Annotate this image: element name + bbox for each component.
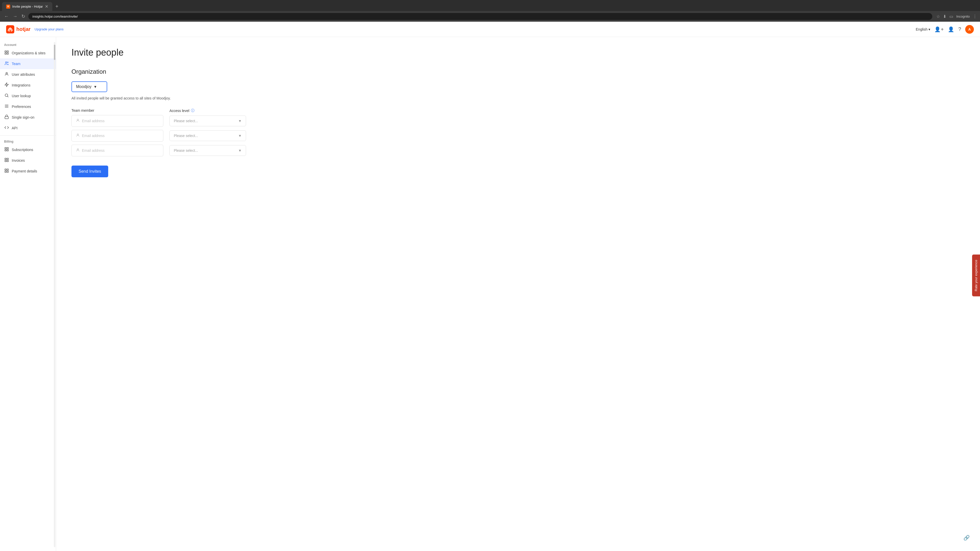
sidebar-divider [0, 135, 56, 136]
svg-rect-25 [7, 171, 8, 172]
sidebar-item-preferences[interactable]: Preferences [0, 101, 56, 112]
svg-rect-4 [7, 53, 8, 54]
upgrade-link[interactable]: Upgrade your plans [35, 27, 64, 31]
svg-rect-18 [5, 158, 6, 159]
language-dropdown-icon: ▾ [928, 27, 930, 32]
svg-rect-23 [7, 169, 8, 170]
link-icon[interactable]: 🔗 [963, 535, 970, 541]
bookmark-icon[interactable]: ☆ [936, 14, 940, 19]
back-button[interactable]: ← [3, 13, 10, 20]
active-tab[interactable]: H Invite people - Hotjar ✕ [2, 2, 52, 11]
invite-row-2: Please select... ▼ [72, 130, 965, 141]
svg-rect-20 [5, 160, 6, 162]
email-input-3[interactable] [72, 144, 163, 156]
new-tab-button[interactable]: + [53, 3, 60, 11]
access-dropdown-arrow-1: ▼ [238, 119, 242, 123]
sidebar-item-label-preferences: Preferences [12, 105, 31, 109]
access-placeholder-1: Please select... [174, 119, 198, 123]
sidebar-item-user-attributes[interactable]: User attributes [0, 69, 56, 80]
organizations-icon [4, 50, 9, 56]
top-nav-left: hotjar Upgrade your plans [6, 25, 64, 33]
team-icon [4, 61, 9, 67]
email-input-1[interactable] [72, 115, 163, 127]
address-bar[interactable]: insights.hotjar.com/team/invite/ [28, 13, 932, 20]
user-avatar[interactable]: A [965, 25, 974, 34]
sidebar-item-invoices[interactable]: Invoices [0, 155, 56, 166]
reload-button[interactable]: ↻ [21, 13, 26, 20]
sidebar-item-organizations-sites[interactable]: Organizations & sites [0, 48, 56, 59]
email-field-1[interactable] [82, 119, 159, 123]
integrations-icon [4, 83, 9, 88]
svg-marker-8 [5, 83, 8, 87]
sidebar-item-payment-details[interactable]: Payment details [0, 166, 56, 176]
sidebar-item-label-user-attributes: User attributes [12, 73, 35, 76]
rate-experience-button[interactable]: Rate your experience [972, 254, 980, 297]
access-level-label: Access level [169, 109, 189, 113]
info-icon[interactable]: ⓘ [191, 108, 194, 113]
page-title: Invite people [72, 47, 965, 58]
scrollbar-track[interactable] [54, 42, 56, 547]
org-name: Moodjoy [76, 84, 91, 89]
nav-icons: ☆ ⬇ ▭ Incognito ⋮ [936, 14, 977, 19]
svg-rect-21 [7, 160, 8, 162]
form-header: Team member Access level ⓘ [72, 108, 965, 113]
svg-rect-24 [5, 171, 6, 172]
svg-point-5 [6, 62, 7, 63]
sidebar-item-label-subscriptions: Subscriptions [12, 148, 33, 152]
preferences-icon [4, 104, 9, 110]
more-options-icon[interactable]: ⋮ [973, 14, 977, 19]
sidebar-item-user-lookup[interactable]: User lookup [0, 91, 56, 101]
sidebar-item-api[interactable]: API [0, 123, 56, 133]
svg-rect-3 [5, 53, 6, 54]
sidebar-item-subscriptions[interactable]: Subscriptions [0, 144, 56, 155]
tab-title: Invite people - Hotjar [12, 5, 43, 8]
app: hotjar Upgrade your plans English ▾ 👤+ 👤… [0, 22, 980, 551]
add-user-icon[interactable]: 👤 [948, 26, 954, 32]
layout-icon[interactable]: ▭ [950, 14, 953, 19]
svg-point-26 [77, 119, 78, 121]
email-field-3[interactable] [82, 148, 159, 152]
access-level-column-header: Access level ⓘ [169, 108, 246, 113]
team-member-column-header: Team member [72, 108, 163, 113]
access-select-3[interactable]: Please select... ▼ [169, 145, 246, 156]
logo-svg [6, 25, 14, 33]
invite-icon[interactable]: 👤+ [934, 26, 944, 32]
sidebar-item-single-sign-on[interactable]: Single sign-on [0, 112, 56, 123]
forward-button[interactable]: → [12, 13, 18, 20]
person-icon-1 [76, 118, 80, 124]
help-icon[interactable]: ? [958, 26, 961, 32]
email-field-2[interactable] [82, 134, 159, 138]
nav-controls: ← → ↻ insights.hotjar.com/team/invite/ ☆… [0, 11, 980, 22]
send-invites-button[interactable]: Send Invites [72, 165, 108, 177]
tab-close-button[interactable]: ✕ [45, 4, 48, 9]
access-select-2[interactable]: Please select... ▼ [169, 130, 246, 141]
org-selector[interactable]: Moodjoy ▼ [72, 81, 107, 92]
sidebar-item-label-team: Team [12, 62, 21, 66]
subscriptions-icon [4, 147, 9, 152]
svg-point-6 [7, 62, 8, 63]
sidebar: Account Organizations & sites Team User … [0, 37, 56, 551]
sidebar-item-label-organizations: Organizations & sites [12, 51, 45, 55]
svg-point-9 [5, 94, 8, 97]
billing-section-label: Billing [0, 138, 56, 144]
payment-icon [4, 168, 9, 174]
svg-rect-15 [7, 148, 8, 149]
svg-rect-1 [5, 51, 6, 52]
logo-text: hotjar [16, 26, 30, 32]
sidebar-item-team[interactable]: Team [0, 59, 56, 69]
svg-rect-2 [7, 51, 8, 52]
sidebar-item-label-sso: Single sign-on [12, 115, 35, 119]
sidebar-item-label-api: API [12, 126, 18, 130]
single-sign-on-icon [4, 114, 9, 120]
access-select-1[interactable]: Please select... ▼ [169, 116, 246, 126]
sidebar-item-label-invoices: Invoices [12, 159, 25, 162]
scrollbar-thumb[interactable] [54, 44, 56, 60]
language-selector[interactable]: English ▾ [916, 27, 930, 32]
email-input-2[interactable] [72, 130, 163, 141]
invite-row-1: Please select... ▼ [72, 115, 965, 127]
download-icon[interactable]: ⬇ [943, 14, 946, 19]
user-lookup-icon [4, 93, 9, 99]
org-description: All invited people will be granted acces… [72, 96, 965, 100]
access-dropdown-arrow-2: ▼ [238, 134, 242, 138]
sidebar-item-integrations[interactable]: Integrations [0, 80, 56, 91]
